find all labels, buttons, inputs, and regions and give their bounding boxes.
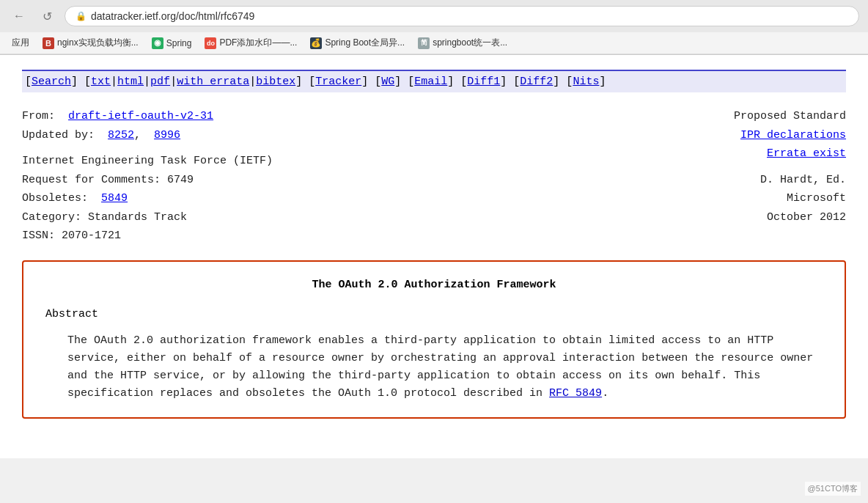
ipr-link[interactable]: IPR declarations [740, 129, 846, 142]
address-bar[interactable]: 🔒 datatracker.ietf.org/doc/html/rfc6749 [65, 6, 859, 26]
meta-ipr-line: IPR declarations [434, 126, 846, 145]
rfc5849-link[interactable]: RFC 5849 [549, 387, 602, 400]
nav-bar: ← ↺ 🔒 datatracker.ietf.org/doc/html/rfc6… [0, 0, 868, 32]
meta-date-line: October 2012 [434, 208, 846, 227]
bibtex-link[interactable]: bibtex [256, 76, 295, 88]
abstract-label: Abstract [45, 306, 823, 323]
meta-status-line: Proposed Standard [434, 107, 846, 126]
abstract-box: The OAuth 2.0 Authorization Framework Ab… [22, 260, 846, 419]
bookmark-yingyong-label: 应用 [12, 37, 29, 49]
bookmarks-bar: 应用 B nginx实现负载均衡... ◉ Spring do PDF添加水印—… [0, 32, 868, 54]
bookmark-spring-icon: ◉ [152, 37, 163, 49]
abstract-title: The OAuth 2.0 Authorization Framework [45, 276, 823, 294]
meta-left: From: draft-ietf-oauth-v2-31 Updated by:… [22, 107, 434, 246]
search-link[interactable]: Search [32, 76, 71, 88]
email-link[interactable]: Email [414, 76, 447, 88]
bookmark-yingyong[interactable]: 应用 [7, 35, 34, 51]
bookmark-springboot-table-icon: 简 [418, 37, 430, 49]
obsoletes-label: Obsoletes: [22, 192, 88, 205]
meta-rfc-line: Request for Comments: 6749 [22, 171, 434, 190]
reload-button[interactable]: ↺ [37, 6, 57, 26]
bookmark-spring-label: Spring [166, 38, 192, 48]
meta-updated-line: Updated by: 8252, 8996 [22, 126, 434, 145]
date-text: October 2012 [767, 211, 846, 224]
meta-from-line: From: draft-ietf-oauth-v2-31 [22, 107, 434, 126]
author-text: D. Hardt, Ed. [760, 174, 846, 186]
abstract-period: . [602, 387, 608, 400]
updated-link-2[interactable]: 8996 [154, 129, 180, 142]
pdf-link[interactable]: pdf [150, 76, 170, 88]
diff2-link[interactable]: Diff2 [520, 76, 553, 88]
watermark: @51CTO博客 [805, 482, 861, 496]
nits-link[interactable]: Nits [573, 76, 599, 88]
url-text: datatracker.ietf.org/doc/html/rfc6749 [91, 10, 254, 22]
bookmark-springboot-global-icon: 💰 [310, 37, 322, 49]
rfc-text: Request for Comments: 6749 [22, 174, 194, 186]
meta-right: Proposed Standard IPR declarations Errat… [434, 107, 846, 246]
meta-section: From: draft-ietf-oauth-v2-31 Updated by:… [22, 107, 846, 246]
nav-links-bar: [Search] [txt|html|pdf|with errata|bibte… [22, 70, 846, 92]
company-text: Microsoft [787, 192, 846, 205]
meta-category-line: Category: Standards Track [22, 208, 434, 227]
bookmark-nginx-label: nginx实现负载均衡... [57, 37, 139, 49]
meta-company-line: Microsoft [434, 189, 846, 208]
meta-errata-line: Errata exist [434, 144, 846, 164]
bookmark-springboot-global[interactable]: 💰 Spring Boot全局异... [306, 35, 409, 51]
issn-text: ISSN: 2070-1721 [22, 230, 121, 242]
bookmark-pdf-icon: do [205, 37, 216, 49]
category-text: Category: Standards Track [22, 211, 187, 224]
bookmark-springboot-table-label: springboot统一表... [433, 37, 507, 49]
draft-link[interactable]: draft-ietf-oauth-v2-31 [68, 110, 213, 122]
lock-icon: 🔒 [76, 11, 87, 21]
org-text: Internet Engineering Task Force (IETF) [22, 155, 273, 167]
page-content: [Search] [txt|html|pdf|with errata|bibte… [0, 55, 868, 458]
bookmark-springboot-table[interactable]: 简 springboot统一表... [413, 35, 512, 51]
diff1-link[interactable]: Diff1 [467, 76, 500, 88]
browser-chrome: ← ↺ 🔒 datatracker.ietf.org/doc/html/rfc6… [0, 0, 868, 55]
with-errata-link[interactable]: with errata [177, 76, 249, 88]
meta-obsoletes-line: Obsoletes: 5849 [22, 189, 434, 208]
obsoletes-link[interactable]: 5849 [101, 192, 128, 205]
bookmark-pdf[interactable]: do PDF添加水印——... [200, 35, 301, 51]
wg-link[interactable]: WG [381, 76, 394, 88]
meta-org-line: Internet Engineering Task Force (IETF) [22, 152, 434, 171]
abstract-text: The OAuth 2.0 authorization framework en… [67, 332, 823, 403]
bookmark-spring[interactable]: ◉ Spring [147, 36, 196, 51]
updated-link-1[interactable]: 8252 [108, 129, 134, 142]
abstract-body-text: The OAuth 2.0 authorization framework en… [67, 334, 813, 400]
tracker-link[interactable]: Tracker [315, 76, 361, 88]
meta-issn-line: ISSN: 2070-1721 [22, 227, 434, 246]
errata-link[interactable]: Errata exist [767, 147, 846, 160]
from-label: From: [22, 110, 55, 122]
meta-author-line: D. Hardt, Ed. [434, 171, 846, 190]
txt-link[interactable]: txt [91, 76, 111, 88]
back-button[interactable]: ← [9, 6, 29, 26]
bookmark-nginx-icon: B [43, 37, 54, 49]
bookmark-springboot-global-label: Spring Boot全局异... [325, 37, 405, 49]
html-link[interactable]: html [117, 76, 144, 88]
status-text: Proposed Standard [734, 110, 846, 122]
bookmark-nginx[interactable]: B nginx实现负载均衡... [38, 35, 143, 51]
bookmark-pdf-label: PDF添加水印——... [219, 37, 297, 49]
updated-label: Updated by: [22, 129, 95, 142]
